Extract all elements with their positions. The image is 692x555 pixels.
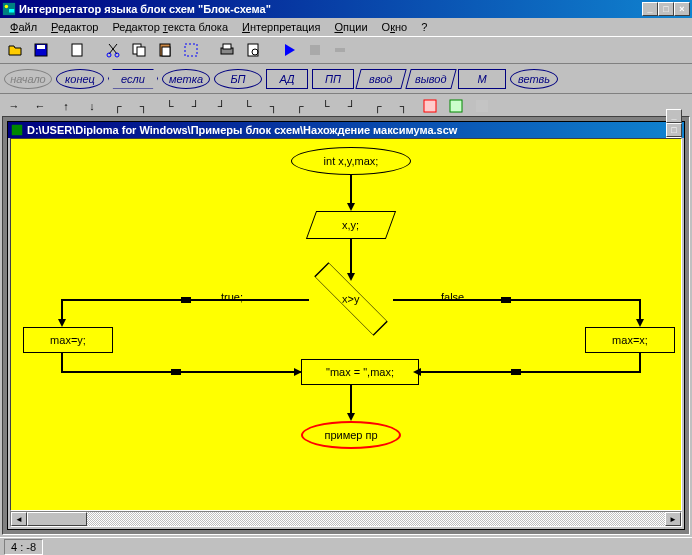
status-coords: 4 : -8: [4, 539, 43, 555]
svg-rect-18: [335, 48, 345, 52]
open-button[interactable]: [4, 39, 26, 61]
svg-rect-20: [450, 100, 462, 112]
paste-button[interactable]: [154, 39, 176, 61]
menubar: ФФайлайл Редактор Редактор текста блока …: [0, 18, 692, 36]
arrow-left[interactable]: ←: [32, 98, 48, 114]
svg-rect-21: [476, 100, 488, 112]
svg-rect-19: [424, 100, 436, 112]
shape-pp[interactable]: ПП: [312, 69, 354, 89]
tool-c[interactable]: [474, 98, 490, 114]
node-end[interactable]: пример пр: [301, 421, 401, 449]
svg-rect-14: [223, 44, 231, 49]
svg-rect-9: [137, 47, 145, 56]
node-maxy[interactable]: max=y;: [23, 327, 113, 353]
svg-rect-22: [12, 125, 23, 136]
scroll-left-button[interactable]: ◄: [11, 512, 27, 526]
arrow-dr[interactable]: ┘: [214, 98, 230, 114]
arrow-lu[interactable]: ┘: [188, 98, 204, 114]
label-false: false: [441, 291, 464, 303]
arrow-v1[interactable]: └: [318, 98, 334, 114]
shape-bp[interactable]: БП: [214, 69, 262, 89]
svg-rect-4: [37, 45, 45, 49]
shape-input[interactable]: ввод: [355, 69, 406, 89]
scroll-right-button[interactable]: ►: [665, 512, 681, 526]
maximize-button[interactable]: □: [658, 2, 674, 16]
main-titlebar: Интерпретатор языка блок схем "Блок-схем…: [0, 0, 692, 18]
shape-ad[interactable]: АД: [266, 69, 308, 89]
menu-window[interactable]: Окно: [376, 20, 414, 34]
close-button[interactable]: ×: [674, 2, 690, 16]
child-titlebar: D:\USER\Diploma for Windows\Примеры блок…: [8, 122, 684, 138]
menu-editor[interactable]: Редактор: [45, 20, 104, 34]
app-icon: [2, 2, 16, 16]
arrow-v4[interactable]: ┐: [396, 98, 412, 114]
arrow-ru[interactable]: └: [162, 98, 178, 114]
svg-rect-12: [185, 44, 197, 56]
arrow-v3[interactable]: ┌: [370, 98, 386, 114]
label-true: true;: [221, 291, 243, 303]
arrow-ld[interactable]: ┐: [136, 98, 152, 114]
stop-button[interactable]: [304, 39, 326, 61]
horizontal-scrollbar[interactable]: ◄ ►: [10, 511, 682, 527]
child-maximize[interactable]: □: [666, 123, 682, 137]
svg-rect-2: [9, 9, 14, 13]
tool-b[interactable]: [448, 98, 464, 114]
new-button[interactable]: [66, 39, 88, 61]
title-text: Интерпретатор языка блок схем "Блок-схем…: [19, 3, 642, 15]
svg-rect-11: [162, 47, 170, 56]
menu-interpret[interactable]: Интерпретация: [236, 20, 326, 34]
arrow-v2[interactable]: ┘: [344, 98, 360, 114]
statusbar: 4 : -8: [0, 537, 692, 555]
flowchart-canvas[interactable]: int x,y,max; x,y; x>y true; false: [10, 138, 682, 511]
shape-m[interactable]: М: [458, 69, 506, 89]
toolbar: [0, 36, 692, 63]
arrow-rd[interactable]: ┌: [110, 98, 126, 114]
shape-end[interactable]: конец: [56, 69, 104, 89]
arrow-right[interactable]: →: [6, 98, 22, 114]
shape-output[interactable]: вывод: [405, 69, 456, 89]
child-window: D:\USER\Diploma for Windows\Примеры блок…: [7, 121, 685, 530]
child-title: D:\USER\Diploma for Windows\Примеры блок…: [27, 124, 666, 136]
arrow-palette: → ← ↑ ↓ ┌ ┐ └ ┘ ┘ └ ┐ ┌ └ ┘ ┌ ┐: [0, 93, 692, 117]
menu-options[interactable]: Опции: [328, 20, 373, 34]
svg-rect-5: [72, 44, 82, 56]
run-button[interactable]: [278, 39, 300, 61]
node-declare[interactable]: int x,y,max;: [291, 147, 411, 175]
node-output[interactable]: "max = ",max;: [301, 359, 419, 385]
svg-rect-17: [310, 45, 320, 55]
node-maxx[interactable]: max=x;: [585, 327, 675, 353]
minimize-button[interactable]: _: [642, 2, 658, 16]
shape-start[interactable]: начало: [4, 69, 52, 89]
menu-help[interactable]: ?: [415, 20, 433, 34]
select-all-button[interactable]: [180, 39, 202, 61]
preview-button[interactable]: [242, 39, 264, 61]
arrow-ur[interactable]: ┐: [266, 98, 282, 114]
shape-branch[interactable]: ветвь: [510, 69, 558, 89]
arrow-ul[interactable]: ┌: [292, 98, 308, 114]
cut-button[interactable]: [102, 39, 124, 61]
child-minimize[interactable]: _: [666, 109, 682, 123]
scroll-thumb[interactable]: [27, 512, 87, 526]
shape-palette: начало конец если метка БП АД ПП ввод вы…: [0, 63, 692, 93]
shape-if[interactable]: если: [108, 69, 158, 89]
node-input[interactable]: x,y;: [306, 211, 396, 239]
shape-label[interactable]: метка: [162, 69, 210, 89]
tool-a[interactable]: [422, 98, 438, 114]
print-button[interactable]: [216, 39, 238, 61]
menu-file[interactable]: ФФайлайл: [4, 20, 43, 34]
svg-point-1: [5, 5, 9, 9]
arrow-dl[interactable]: └: [240, 98, 256, 114]
menu-text-editor[interactable]: Редактор текста блока: [106, 20, 234, 34]
save-button[interactable]: [30, 39, 52, 61]
step-button[interactable]: [330, 39, 352, 61]
arrow-up[interactable]: ↑: [58, 98, 74, 114]
doc-icon: [10, 123, 24, 137]
arrow-down[interactable]: ↓: [84, 98, 100, 114]
copy-button[interactable]: [128, 39, 150, 61]
mdi-area: D:\USER\Diploma for Windows\Примеры блок…: [2, 116, 690, 535]
